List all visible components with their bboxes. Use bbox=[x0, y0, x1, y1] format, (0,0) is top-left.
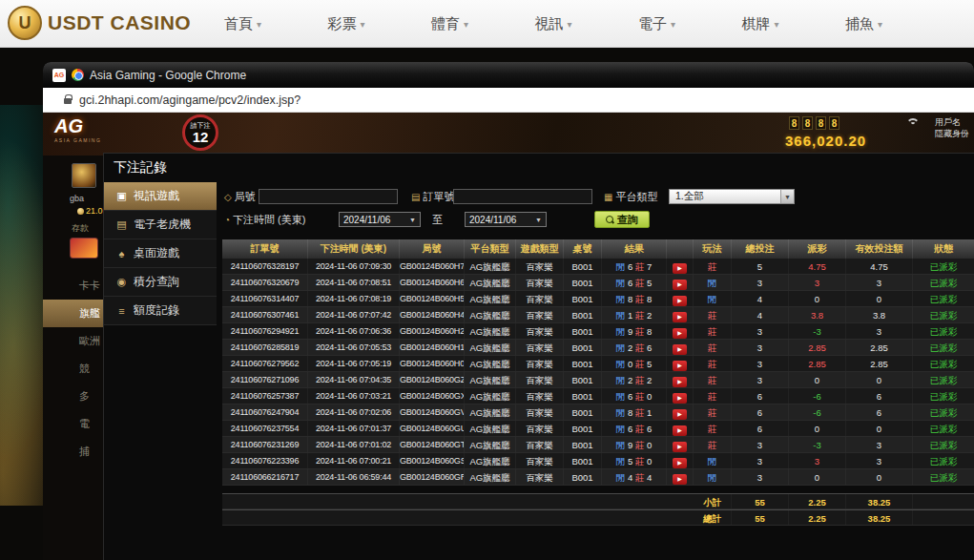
order-cell: 241106076271096 bbox=[222, 372, 308, 387]
date-to-select[interactable]: 2024/11/06 ▼ bbox=[465, 212, 547, 227]
table-row: 2411060762375542024-11-06 07:01:37GB0012… bbox=[222, 421, 974, 437]
nav-item-lottery[interactable]: 彩票 ▾ bbox=[327, 15, 364, 33]
casino-logo[interactable]: U USDT CASINO bbox=[8, 6, 191, 40]
order-cell: 241106076320679 bbox=[222, 275, 308, 290]
column-header[interactable] bbox=[667, 239, 694, 259]
payout-cell: 4.75 bbox=[789, 259, 846, 274]
game-cell: 百家樂 bbox=[516, 291, 564, 306]
time-cell: 2024-11-06 07:06:36 bbox=[308, 323, 400, 339]
menu-item-video-games[interactable]: ▣ 視訊遊戲 bbox=[104, 182, 217, 211]
play-video-button[interactable]: ▶ bbox=[673, 474, 687, 485]
video-cell: ▶ bbox=[667, 291, 694, 306]
column-header[interactable]: 局號 bbox=[400, 239, 465, 259]
browser-url-bar[interactable]: gci.2hhapi.com/agingame/pcv2/index.jsp? bbox=[43, 88, 974, 113]
play-video-button[interactable]: ▶ bbox=[673, 409, 687, 420]
table-row: 2411060762479042024-11-06 07:02:06GB0012… bbox=[222, 404, 974, 421]
chevron-down-icon: ▾ bbox=[671, 19, 675, 30]
play-video-button[interactable]: ▶ bbox=[673, 425, 687, 436]
total-bet-cell: 3 bbox=[732, 469, 789, 485]
platform-icon: ▦ bbox=[604, 192, 612, 202]
username-text: gba bbox=[70, 194, 84, 203]
video-cell: ▶ bbox=[667, 372, 694, 387]
play-video-button[interactable]: ▶ bbox=[673, 344, 687, 355]
lobby-tab[interactable]: 卡卡 bbox=[43, 272, 103, 300]
order-cell: 241106066216717 bbox=[222, 469, 308, 485]
result-cell: 閒 6 莊 5 bbox=[602, 275, 667, 290]
wifi-icon bbox=[906, 118, 922, 130]
column-header[interactable]: 訂單號 bbox=[222, 239, 308, 259]
search-button[interactable]: 查詢 bbox=[594, 211, 650, 228]
menu-item-table-games[interactable]: ♠ 桌面遊戲 bbox=[104, 239, 217, 268]
column-header[interactable]: 桌號 bbox=[564, 239, 602, 259]
play-video-button[interactable]: ▶ bbox=[673, 263, 687, 274]
order-cell: 241106076257387 bbox=[222, 388, 308, 404]
nav-item-video[interactable]: 視訊 ▾ bbox=[534, 15, 571, 33]
platform-cell: AG旗艦廳 bbox=[465, 323, 516, 339]
order-cell: 241106076247904 bbox=[222, 404, 308, 420]
lobby-tab[interactable]: 歐洲 bbox=[43, 327, 103, 355]
lobby-tab-active[interactable]: 旗艦 bbox=[43, 300, 103, 327]
nav-item-chess[interactable]: 棋牌 ▾ bbox=[741, 15, 778, 33]
date-from-value: 2024/11/06 bbox=[343, 215, 390, 225]
platform-type-label: ▦ 平台類型 bbox=[604, 190, 657, 204]
menu-item-quota-records[interactable]: ≡ 額度記錄 bbox=[104, 297, 217, 325]
order-number-input[interactable] bbox=[453, 189, 592, 204]
play-video-button[interactable]: ▶ bbox=[673, 377, 687, 387]
ag-page-header: AG ASIA GAMING 請下注 12 8888 366,020.20 用戶… bbox=[43, 113, 974, 156]
table-row: 2411060762312692024-11-06 07:01:02GB0012… bbox=[222, 437, 974, 453]
column-header[interactable]: 派彩 bbox=[789, 239, 846, 259]
play-video-button[interactable]: ▶ bbox=[673, 296, 687, 306]
play-video-button[interactable]: ▶ bbox=[673, 458, 687, 468]
lobby-tab[interactable]: 捕 bbox=[43, 438, 103, 466]
deposit-label[interactable]: 存款 bbox=[72, 222, 89, 235]
time-cell: 2024-11-06 07:03:21 bbox=[308, 388, 400, 404]
nav-item-fishing[interactable]: 捕魚 ▾ bbox=[845, 15, 882, 33]
column-header[interactable]: 玩法 bbox=[694, 239, 732, 259]
play-video-button[interactable]: ▶ bbox=[673, 393, 687, 404]
to-label: 至 bbox=[432, 213, 443, 227]
date-from-select[interactable]: 2024/11/06 ▼ bbox=[339, 212, 421, 227]
status-cell: 已派彩 bbox=[913, 388, 974, 404]
total-bet-cell: 6 bbox=[732, 388, 789, 404]
play-video-button[interactable]: ▶ bbox=[673, 312, 687, 322]
chevron-down-icon: ▾ bbox=[464, 19, 468, 30]
video-cell: ▶ bbox=[667, 307, 694, 322]
nav-item-sports[interactable]: 體育 ▾ bbox=[431, 15, 468, 33]
result-cell: 閒 5 莊 0 bbox=[602, 453, 667, 468]
round-number-input[interactable] bbox=[259, 189, 398, 204]
total-valid-value: 38.25 bbox=[846, 510, 913, 525]
lobby-tab[interactable]: 競 bbox=[43, 355, 103, 383]
avatar[interactable] bbox=[72, 163, 96, 188]
nav-item-electronic[interactable]: 電子 ▾ bbox=[638, 15, 675, 33]
menu-item-slot-machine[interactable]: ▤ 電子老虎機 bbox=[104, 211, 217, 239]
menu-item-points-query[interactable]: ◉ 積分查詢 bbox=[104, 268, 217, 297]
casino-top-nav: U USDT CASINO 首頁 ▾ 彩票 ▾ 體育 ▾ 視訊 ▾ 電子 ▾ bbox=[0, 0, 974, 48]
order-cell: 241106076279562 bbox=[222, 356, 308, 371]
video-cell: ▶ bbox=[667, 340, 694, 355]
column-header[interactable]: 遊戲類型 bbox=[516, 239, 564, 259]
table-number-cell: B001 bbox=[564, 421, 602, 436]
platform-cell: AG旗艦廳 bbox=[465, 291, 516, 306]
lobby-tab[interactable]: 電 bbox=[43, 410, 103, 438]
table-number-cell: B001 bbox=[564, 275, 602, 290]
column-header[interactable]: 狀態 bbox=[913, 239, 974, 259]
lobby-tab[interactable]: 多 bbox=[43, 383, 103, 410]
column-header[interactable]: 有效投注額 bbox=[846, 239, 913, 259]
column-header[interactable]: 下注時間 (美東) bbox=[308, 239, 400, 259]
nav-item-home[interactable]: 首頁 ▾ bbox=[224, 15, 261, 33]
payout-cell: 0 bbox=[789, 372, 846, 387]
platform-type-select[interactable]: 1.全部 ▼ bbox=[669, 189, 795, 204]
status-cell: 已派彩 bbox=[913, 340, 974, 355]
lobby-tab-list: 卡卡 旗艦 歐洲 競 多 電 捕 bbox=[43, 272, 103, 466]
status-cell: 已派彩 bbox=[913, 307, 974, 322]
play-video-button[interactable]: ▶ bbox=[673, 280, 687, 290]
play-video-button[interactable]: ▶ bbox=[673, 328, 687, 339]
column-header[interactable]: 總投注 bbox=[732, 239, 789, 259]
status-cell: 已派彩 bbox=[913, 275, 974, 290]
column-header[interactable]: 平台類型 bbox=[465, 239, 516, 259]
browser-title-bar[interactable]: AG Asia Gaming - Google Chrome bbox=[43, 62, 974, 88]
play-video-button[interactable]: ▶ bbox=[673, 442, 687, 452]
game-cell: 百家樂 bbox=[516, 437, 564, 452]
play-video-button[interactable]: ▶ bbox=[673, 361, 687, 371]
column-header[interactable]: 結果 bbox=[602, 239, 667, 259]
